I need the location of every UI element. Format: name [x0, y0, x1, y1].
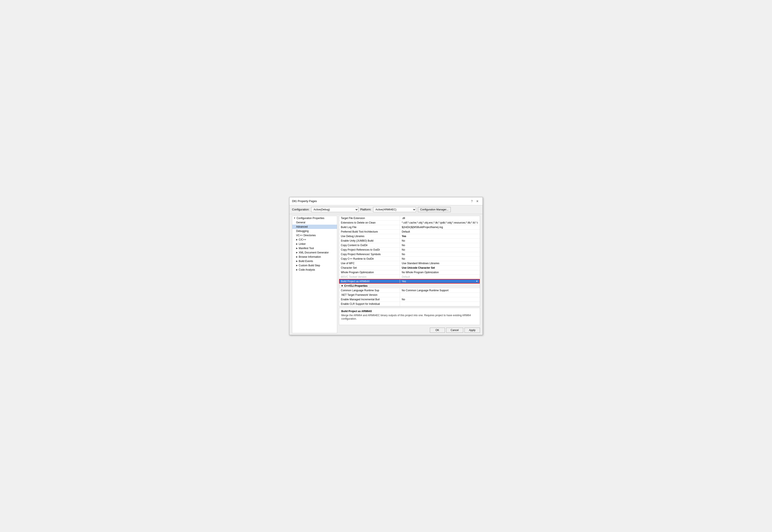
help-button[interactable]: ?	[470, 199, 474, 203]
prop-name: Extensions to Delete on Clean	[339, 220, 400, 225]
main-content: ▼ Configuration Properties General Advan…	[289, 214, 483, 335]
tree-item-cpp[interactable]: ▶ C/C++	[292, 238, 337, 242]
tree-item-custom-build-step[interactable]: ▶ Custom Build Step	[292, 263, 337, 268]
table-row: Use of MFC Use Standard Windows Librarie…	[339, 261, 480, 265]
expand-arrow: ▼	[293, 217, 296, 219]
tree-item-label: Manifest Tool	[299, 247, 314, 250]
expand-arrow: ▶	[296, 268, 298, 271]
table-row: Copy Project References to OutDi No	[339, 247, 480, 252]
expand-arrow: ▶	[296, 260, 298, 262]
prop-value: No	[400, 247, 480, 252]
config-label: Configuration:	[292, 208, 309, 211]
tree-item-label: Browse Information	[299, 255, 321, 258]
property-pages-dialog: Dll1 Property Pages ? ✕ Configuration: A…	[289, 197, 483, 335]
expand-arrow: ▶	[296, 247, 298, 249]
tree-item-label: Linker	[299, 242, 306, 245]
prop-value: Yes	[400, 234, 480, 238]
prop-value: No	[400, 252, 480, 256]
tree-item-code-analysis[interactable]: ▶ Code Analysis	[292, 268, 337, 272]
tree-item-general[interactable]: General	[292, 220, 337, 225]
prop-value: Use Unicode Character Set	[400, 265, 480, 270]
config-row: Configuration: Active(Debug) Platform: A…	[289, 205, 483, 214]
tree-item-label: Build Events	[299, 260, 313, 263]
tree-item-label: C/C++	[299, 238, 306, 241]
tree-item-label: XML Document Generator	[299, 251, 329, 254]
prop-value	[400, 293, 480, 297]
ok-button[interactable]: OK	[430, 328, 445, 333]
cancel-button[interactable]: Cancel	[446, 328, 463, 333]
table-row: Enable CLR Support for Individual	[339, 302, 480, 306]
apply-button[interactable]: Apply	[465, 328, 480, 333]
prop-value: .dll	[400, 216, 480, 221]
prop-value: *.cdf;*.cache;*.obj;*.obj.enc;*.ilk;*.ip…	[400, 220, 480, 225]
close-button[interactable]: ✕	[475, 199, 480, 203]
prop-value: No	[400, 297, 480, 302]
expand-arrow: ▶	[296, 251, 298, 254]
prop-name: Enable CLR Support for Individual	[339, 302, 400, 306]
tree-item-label: General	[296, 221, 305, 224]
config-manager-button[interactable]: Configuration Manager...	[418, 207, 451, 212]
prop-name: Build Project as ARM64X	[339, 279, 400, 284]
expand-arrow: ▶	[296, 264, 298, 267]
tree-item-linker[interactable]: ▶ Linker	[292, 242, 337, 246]
table-row: Common Language Runtime Sup No Common La…	[339, 288, 480, 293]
tree-item-advanced[interactable]: Advanced	[292, 225, 337, 229]
prop-value: No	[400, 238, 480, 243]
table-row: MSVC Toolset Version Default	[339, 274, 480, 279]
prop-name: Use Debug Libraries	[339, 234, 400, 238]
prop-value: No	[400, 256, 480, 261]
prop-name: Common Language Runtime Sup	[339, 288, 400, 293]
description-title: Build Project as ARM64X	[341, 310, 478, 313]
tree-item-browse-information[interactable]: ▶ Browse Information	[292, 255, 337, 259]
tree-item-vc-directories[interactable]: VC++ Directories	[292, 233, 337, 238]
title-bar-buttons: ? ✕	[470, 199, 480, 203]
prop-name: Enable Managed Incremental Buil	[339, 297, 400, 302]
platform-label: Platform:	[360, 208, 371, 211]
prop-name: Whole Program Optimization	[339, 270, 400, 274]
prop-name: Target File Extension	[339, 216, 400, 221]
properties-table: Target File Extension .dll Extensions to…	[339, 216, 480, 306]
table-section-header-clr: ▼C++/CLI Properties	[339, 284, 480, 288]
prop-name: Copy C++ Runtime to OutDir	[339, 256, 400, 261]
prop-name: Copy Project References to OutDi	[339, 247, 400, 252]
table-row: Build Log File $(IntDir)$(MSBuildProject…	[339, 225, 480, 229]
description-box: Build Project as ARM64X Merge the ARM64 …	[339, 308, 480, 325]
table-row-build-project-arm64x[interactable]: Build Project as ARM64X Yes ▼	[339, 279, 480, 284]
prop-name: Copy Content to OutDir	[339, 243, 400, 247]
properties-area: Target File Extension .dll Extensions to…	[339, 216, 480, 307]
table-row: Preferred Build Tool Architecture Defaul…	[339, 229, 480, 234]
tree-item-debugging[interactable]: Debugging	[292, 229, 337, 233]
table-row: Enable Unity (JUMBO) Build No	[339, 238, 480, 243]
tree-item-label: Configuration Properties	[296, 217, 324, 220]
tree-item-build-events[interactable]: ▶ Build Events	[292, 259, 337, 263]
prop-value: Default	[400, 274, 480, 279]
prop-value: Use Standard Windows Libraries	[400, 261, 480, 265]
prop-value: $(IntDir)$(MSBuildProjectName).log	[400, 225, 480, 229]
dialog-title: Dll1 Property Pages	[292, 199, 317, 203]
expand-arrow: ▶	[296, 243, 298, 245]
description-text: Merge the ARM64 and ARM64EC binary outpu…	[341, 314, 478, 321]
buttons-row: OK Cancel Apply	[339, 326, 480, 333]
tree-item-configuration-properties[interactable]: ▼ Configuration Properties	[292, 216, 337, 220]
tree-item-label: Advanced	[296, 225, 307, 228]
platform-select[interactable]: Active(ARM64EC)	[373, 207, 416, 212]
title-bar: Dll1 Property Pages ? ✕	[289, 197, 483, 205]
prop-value-text: Yes	[402, 280, 406, 283]
table-row: Copy C++ Runtime to OutDir No	[339, 256, 480, 261]
tree-item-xml-document-generator[interactable]: ▶ XML Document Generator	[292, 250, 337, 255]
prop-name: Enable Unity (JUMBO) Build	[339, 238, 400, 243]
table-row: Whole Program Optimization No Whole Prog…	[339, 270, 480, 274]
table-row: Character Set Use Unicode Character Set	[339, 265, 480, 270]
prop-value: No Common Language Runtime Support	[400, 288, 480, 293]
dropdown-cell: Yes ▼	[402, 280, 478, 283]
prop-name: Use of MFC	[339, 261, 400, 265]
prop-value: No	[400, 243, 480, 247]
configuration-select[interactable]: Active(Debug)	[311, 207, 358, 212]
tree-panel: ▼ Configuration Properties General Advan…	[292, 216, 337, 333]
tree-item-manifest-tool[interactable]: ▶ Manifest Tool	[292, 246, 337, 250]
dropdown-arrow-icon[interactable]: ▼	[476, 280, 478, 282]
prop-value: Default	[400, 229, 480, 234]
prop-value	[400, 302, 480, 306]
prop-value: Yes ▼	[400, 279, 480, 284]
table-row: Target File Extension .dll	[339, 216, 480, 221]
